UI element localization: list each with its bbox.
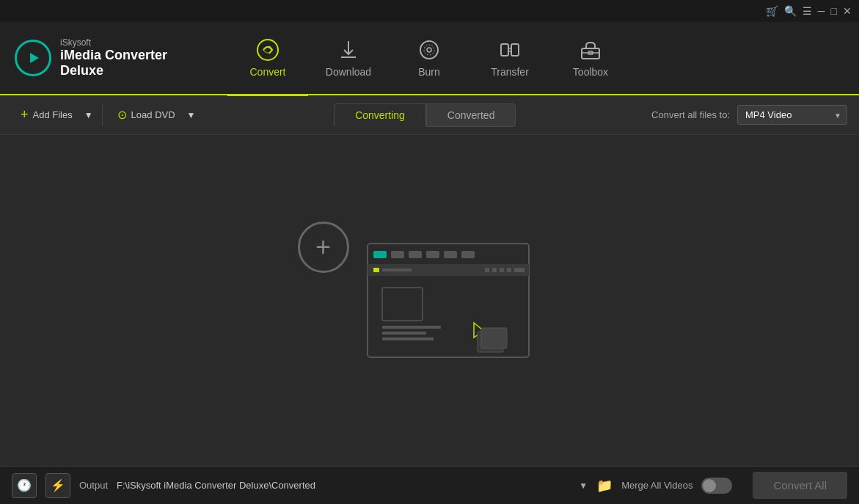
maximize-icon[interactable]: □ — [831, 5, 837, 17]
nav-items: Convert Download Burn T — [227, 21, 859, 95]
format-select[interactable]: MP4 Video MOV Video AVI Video MKV Video … — [737, 105, 847, 125]
nav-item-transfer[interactable]: Transfer — [469, 21, 550, 95]
close-icon[interactable]: ✕ — [843, 5, 852, 17]
logo-text: iSkysoft iMedia Converter Deluxe — [60, 37, 213, 78]
svg-rect-12 — [409, 251, 422, 258]
clock-icon: 🕐 — [17, 478, 32, 492]
speed-button[interactable]: ⚡ — [45, 473, 70, 498]
output-path-dropdown[interactable]: ▼ — [579, 481, 588, 491]
drop-illustration: + — [324, 236, 536, 365]
svg-rect-21 — [500, 268, 504, 272]
dvd-icon: ⊙ — [117, 108, 127, 122]
svg-rect-15 — [461, 251, 475, 258]
svg-point-2 — [420, 41, 438, 59]
nav-item-download[interactable]: Download — [308, 21, 389, 95]
svg-rect-13 — [426, 251, 439, 258]
menu-icon[interactable]: ☰ — [803, 5, 812, 17]
output-path: F:\iSkysoft iMedia Converter Deluxe\Conv… — [117, 480, 570, 491]
tab-converting[interactable]: Converting — [334, 103, 426, 127]
screen-svg — [346, 236, 536, 365]
svg-rect-19 — [485, 268, 489, 272]
convert-all-label: Convert all files to: — [651, 109, 730, 120]
svg-rect-18 — [382, 269, 412, 271]
add-files-button[interactable]: + Add Files — [12, 103, 81, 127]
merge-label: Merge All Videos — [621, 480, 692, 491]
plus-symbol: + — [315, 234, 331, 260]
nav-label-transfer: Transfer — [491, 66, 529, 78]
tab-group: Converting Converted — [198, 103, 651, 127]
drop-plus-circle: + — [298, 222, 349, 273]
svg-rect-10 — [373, 251, 387, 258]
svg-rect-7 — [582, 48, 599, 59]
convert-all-files-area: Convert all files to: MP4 Video MOV Vide… — [651, 105, 847, 125]
svg-marker-0 — [30, 53, 39, 63]
svg-rect-26 — [382, 332, 426, 335]
nav-label-burn: Burn — [418, 66, 440, 78]
add-files-dropdown-button[interactable]: ▼ — [81, 106, 96, 125]
load-dvd-label: Load DVD — [131, 109, 175, 120]
svg-rect-29 — [481, 328, 507, 348]
logo-bottom-text: iMedia Converter Deluxe — [60, 48, 213, 78]
logo-icon — [15, 40, 51, 76]
convert-all-button[interactable]: Convert All — [753, 472, 847, 499]
toggle-knob — [703, 479, 716, 492]
plus-icon: + — [21, 107, 29, 123]
merge-toggle[interactable] — [701, 478, 732, 494]
title-bar-controls: 🛒 🔍 ☰ ─ □ ✕ — [766, 5, 852, 17]
svg-rect-5 — [501, 44, 508, 56]
nav-label-download: Download — [326, 66, 371, 78]
header: iSkysoft iMedia Converter Deluxe Convert… — [0, 22, 859, 95]
svg-rect-25 — [382, 326, 441, 329]
logo-area: iSkysoft iMedia Converter Deluxe — [0, 37, 227, 78]
svg-rect-14 — [444, 251, 457, 258]
svg-rect-22 — [507, 268, 511, 272]
nav-item-burn[interactable]: Burn — [389, 21, 469, 95]
divider — [102, 104, 103, 126]
svg-rect-11 — [391, 251, 404, 258]
sub-toolbar: + Add Files ▼ ⊙ Load DVD ▼ Converting Co… — [0, 95, 859, 135]
add-files-label: Add Files — [33, 109, 73, 120]
nav-label-toolbox: Toolbox — [573, 66, 608, 78]
title-bar: 🛒 🔍 ☰ ─ □ ✕ — [0, 0, 859, 22]
nav-item-toolbox[interactable]: Toolbox — [550, 21, 631, 95]
format-select-wrap: MP4 Video MOV Video AVI Video MKV Video … — [737, 105, 847, 125]
svg-rect-20 — [492, 268, 497, 272]
nav-item-convert[interactable]: Convert — [227, 21, 308, 95]
load-dvd-dropdown-button[interactable]: ▼ — [184, 106, 199, 125]
search-icon[interactable]: 🔍 — [784, 5, 797, 17]
lightning-icon: ⚡ — [51, 478, 65, 492]
svg-rect-17 — [373, 268, 379, 272]
minimize-icon[interactable]: ─ — [818, 5, 825, 17]
svg-rect-24 — [382, 288, 423, 321]
svg-rect-27 — [382, 337, 434, 340]
output-label: Output — [79, 480, 108, 491]
nav-label-convert: Convert — [249, 66, 285, 78]
history-button[interactable]: 🕐 — [12, 473, 37, 498]
cart-icon[interactable]: 🛒 — [766, 5, 778, 17]
svg-rect-6 — [511, 44, 519, 56]
svg-point-3 — [427, 48, 431, 52]
logo-top-text: iSkysoft — [60, 37, 213, 48]
bottom-bar: 🕐 ⚡ Output F:\iSkysoft iMedia Converter … — [0, 466, 859, 504]
svg-point-1 — [257, 40, 278, 60]
folder-icon[interactable]: 📁 — [596, 478, 613, 494]
tab-converted[interactable]: Converted — [426, 103, 516, 127]
main-area: + — [0, 135, 859, 466]
svg-point-4 — [424, 45, 434, 55]
load-dvd-button[interactable]: ⊙ Load DVD — [109, 103, 184, 126]
svg-rect-23 — [514, 268, 524, 272]
